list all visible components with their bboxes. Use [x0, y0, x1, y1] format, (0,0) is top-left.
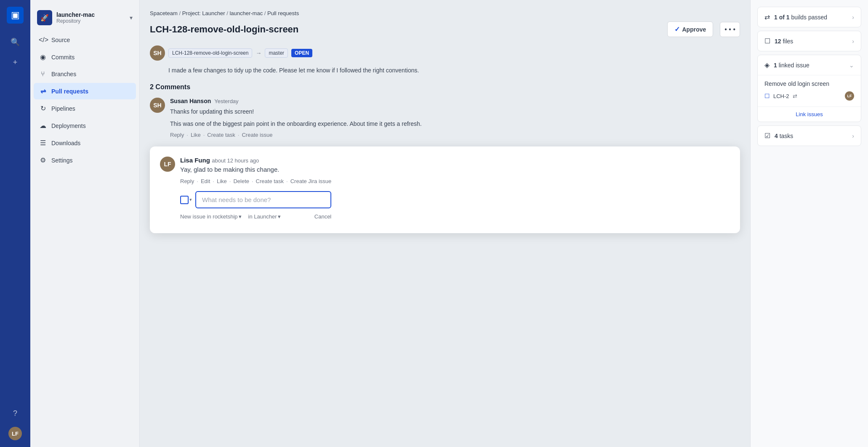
task-input-field[interactable] — [195, 191, 331, 208]
susan-reply-action[interactable]: Reply — [170, 132, 184, 138]
issue-assignee-avatar: LF — [845, 91, 854, 101]
sidebar-item-settings-label: Settings — [51, 157, 73, 164]
repo-type: Repository — [56, 18, 125, 24]
commits-icon: ◉ — [39, 53, 47, 61]
files-text: 12 files — [775, 38, 793, 45]
lisa-create-jira-action[interactable]: Create Jira issue — [290, 178, 332, 184]
lisa-comment-actions: Reply · Edit · Like · Delete · Create ta… — [180, 178, 331, 184]
comment-header-susan: SH Susan Hanson Yesterday Thanks for upd… — [150, 98, 740, 138]
builds-card-left: ⇄ 1 of 1 builds passed — [764, 13, 827, 21]
sidebar-item-pipelines[interactable]: ↻ Pipelines — [34, 100, 136, 117]
repo-name: launcher-mac — [56, 11, 125, 18]
issue-title: Remove old login screen — [764, 75, 854, 87]
help-icon[interactable]: ? — [7, 405, 24, 422]
builds-chevron-icon: › — [852, 14, 854, 21]
breadcrumb-pull-requests[interactable]: Pull requests — [267, 10, 299, 16]
source-icon: </> — [39, 36, 47, 44]
source-branch-badge: LCH-128-remove-old-login-screen — [168, 48, 252, 58]
breadcrumb-project[interactable]: Project: Launcher — [182, 10, 225, 16]
in-project-dropdown[interactable]: in Launcher ▾ — [248, 213, 281, 220]
more-options-button[interactable]: • • • — [720, 22, 740, 37]
lisa-edit-action[interactable]: Edit — [201, 178, 210, 184]
link-issues-button[interactable]: Link issues — [758, 106, 861, 122]
linked-issue-chevron-icon: ⌄ — [849, 62, 854, 69]
more-options-icon: • • • — [724, 26, 735, 33]
branches-icon: ⑂ — [39, 70, 47, 78]
task-type-dropdown-arrow[interactable]: ▾ — [189, 197, 192, 202]
new-issue-dropdown[interactable]: New issue in rocketship ▾ — [180, 213, 242, 220]
pr-title: LCH-128-remove-old-login-screen — [150, 24, 660, 35]
settings-icon: ⚙ — [39, 156, 47, 164]
linked-issue-text: 1 linked issue — [774, 62, 809, 69]
breadcrumb-spaceteam[interactable]: Spaceteam — [150, 10, 178, 16]
issue-merge-icon: ⇄ — [793, 93, 797, 99]
breadcrumb-sep3: / — [264, 10, 267, 16]
sidebar-nav: </> Source ◉ Commits ⑂ Branches ⇌ Pull r… — [30, 32, 139, 168]
sidebar-item-source[interactable]: </> Source — [34, 32, 136, 48]
linked-issue-label: linked issue — [779, 62, 809, 69]
sidebar-item-commits[interactable]: ◉ Commits — [34, 49, 136, 65]
branch-info: SH LCH-128-remove-old-login-screen → mas… — [150, 45, 740, 61]
breadcrumb-repo[interactable]: launcher-mac — [229, 10, 263, 16]
sidebar-item-pull-requests-label: Pull requests — [51, 88, 88, 95]
user-avatar[interactable]: LF — [8, 427, 22, 440]
files-card[interactable]: ☐ 12 files › — [757, 31, 861, 51]
susan-comment-time: Yesterday — [214, 98, 238, 104]
lisa-comment-text: Yay, glad to be making this change. — [180, 166, 331, 173]
pull-requests-icon: ⇌ — [39, 87, 47, 95]
pipelines-icon: ↻ — [39, 104, 47, 112]
files-card-left: ☐ 12 files — [764, 37, 793, 45]
issue-id: LCH-2 — [773, 93, 789, 99]
right-panel: ⇄ 1 of 1 builds passed › ☐ 12 files — [750, 0, 868, 447]
sidebar-item-pull-requests[interactable]: ⇌ Pull requests — [34, 83, 136, 99]
cancel-button[interactable]: Cancel — [314, 213, 331, 220]
builds-label: builds passed — [791, 14, 827, 21]
lisa-reply-action[interactable]: Reply — [180, 178, 194, 184]
add-icon[interactable]: + — [7, 54, 24, 71]
branch-arrow-icon: → — [256, 50, 261, 56]
pr-status-badge: OPEN — [291, 49, 312, 57]
tasks-text: 4 tasks — [775, 133, 793, 139]
sidebar-item-branches[interactable]: ⑂ Branches — [34, 66, 136, 82]
task-footer: New issue in rocketship ▾ in Launcher ▾ … — [180, 213, 331, 220]
builds-text: 1 of 1 builds passed — [774, 14, 827, 21]
sidebar-item-branches-label: Branches — [51, 71, 76, 77]
susan-create-issue-action[interactable]: Create issue — [242, 132, 272, 138]
task-input-row: ▾ — [180, 191, 331, 208]
pr-author-avatar: SH — [150, 45, 165, 61]
left-navigation-bar: ▣ 🔍 + ? LF — [0, 0, 30, 447]
issue-row: ☐ LCH-2 ⇄ LF — [764, 91, 854, 101]
approve-button[interactable]: ✓ Approve — [667, 21, 714, 37]
new-issue-label: New issue in rocketship — [180, 213, 238, 220]
tasks-card-left: ☑ 4 tasks — [764, 132, 793, 140]
comments-heading: 2 Comments — [150, 83, 740, 91]
linked-issue-header[interactable]: ◈ 1 linked issue ⌄ — [758, 55, 861, 75]
susan-like-action[interactable]: Like — [191, 132, 201, 138]
susan-meta: Susan Hanson Yesterday — [170, 98, 422, 104]
sidebar-item-deployments[interactable]: ☁ Deployments — [34, 117, 136, 134]
in-project-chevron-icon: ▾ — [278, 213, 281, 220]
lisa-create-task-action[interactable]: Create task — [256, 178, 284, 184]
issue-type-icon: ☐ — [764, 93, 770, 99]
repo-dropdown-chevron[interactable]: ▾ — [130, 14, 133, 21]
sidebar-item-settings[interactable]: ⚙ Settings — [34, 152, 136, 168]
lisa-author-name: Lisa Fung — [180, 157, 210, 164]
lisa-comment-time: about 12 hours ago — [212, 157, 259, 164]
tasks-card[interactable]: ☑ 4 tasks › — [757, 125, 861, 146]
lisa-delete-action[interactable]: Delete — [233, 178, 249, 184]
lisa-like-action[interactable]: Like — [217, 178, 227, 184]
linked-issue-count: 1 — [774, 62, 777, 69]
sidebar-item-downloads[interactable]: ☰ Downloads — [34, 135, 136, 151]
search-icon[interactable]: 🔍 — [7, 34, 24, 51]
sidebar: 🚀 launcher-mac Repository ▾ </> Source ◉… — [30, 0, 140, 447]
repo-icon: 🚀 — [37, 10, 52, 25]
task-footer-left: New issue in rocketship ▾ in Launcher ▾ — [180, 213, 281, 220]
sidebar-item-source-label: Source — [51, 37, 70, 43]
susan-create-task-action[interactable]: Create task — [207, 132, 235, 138]
task-checkbox[interactable] — [180, 196, 189, 204]
builds-card[interactable]: ⇄ 1 of 1 builds passed › — [757, 7, 861, 27]
sidebar-item-commits-label: Commits — [51, 54, 75, 61]
app-logo[interactable]: ▣ — [7, 7, 24, 24]
sidebar-item-deployments-label: Deployments — [51, 122, 86, 129]
linked-issue-icon: ◈ — [764, 61, 769, 69]
